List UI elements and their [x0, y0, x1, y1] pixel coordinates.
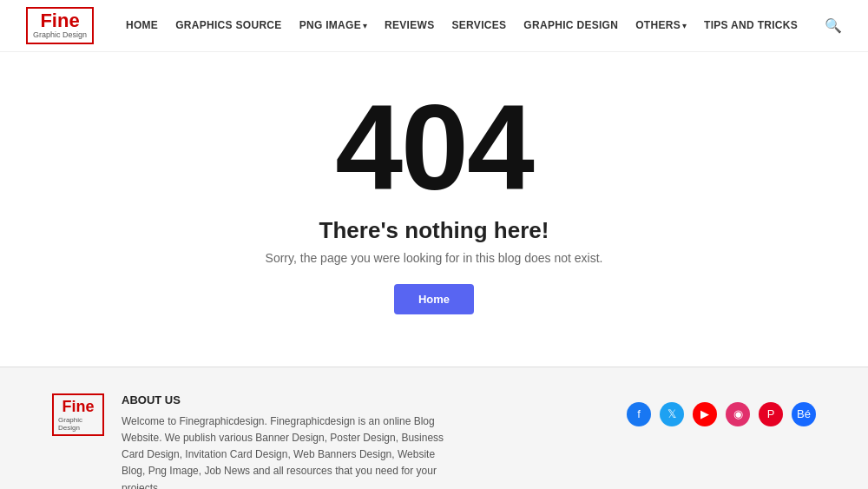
nav-png-image[interactable]: PNG IMAGE ▾: [299, 19, 367, 31]
about-description: Welcome to Finegraphicdesign. Finegraphi…: [122, 413, 451, 489]
footer-logo-sub: Graphic Design: [58, 416, 98, 432]
about-content: Fine Graphic Design ABOUT US Welcome to …: [52, 393, 451, 489]
footer-about-section: Fine Graphic Design ABOUT US Welcome to …: [0, 367, 868, 489]
footer-logo: Fine Graphic Design: [52, 393, 104, 436]
instagram-icon[interactable]: ◉: [726, 402, 750, 426]
error-subtitle: Sorry, the page you were looking for in …: [266, 251, 603, 265]
nav-services[interactable]: SERVICES: [451, 19, 506, 31]
behance-icon[interactable]: Bé: [792, 402, 816, 426]
facebook-icon[interactable]: f: [627, 402, 651, 426]
site-header: Fine Graphic Design HOME GRAPHICS SOURCE…: [0, 0, 868, 52]
youtube-icon[interactable]: ▶: [693, 402, 717, 426]
nav-tips[interactable]: TIPS AND TRICKS: [704, 19, 798, 31]
nav-others[interactable]: OTHERS ▾: [635, 19, 687, 31]
error-code: 404: [335, 87, 533, 208]
error-title: There's nothing here!: [319, 217, 549, 244]
pinterest-icon[interactable]: P: [759, 402, 783, 426]
about-text-section: ABOUT US Welcome to Finegraphicdesign. F…: [122, 393, 451, 489]
logo-sub-text: Graphic Design: [33, 30, 87, 40]
logo-main-text: Fine: [40, 11, 79, 30]
nav-graphics-source[interactable]: GRAPHICS SOURCE: [175, 19, 282, 31]
logo[interactable]: Fine Graphic Design: [26, 7, 99, 44]
nav-graphic-design[interactable]: GRAPHIC DESIGN: [523, 19, 618, 31]
nav-reviews[interactable]: REVIEWS: [385, 19, 434, 31]
search-button[interactable]: 🔍: [825, 17, 842, 34]
main-nav: HOME GRAPHICS SOURCE PNG IMAGE ▾ REVIEWS…: [126, 19, 798, 31]
footer-logo-text: Fine: [62, 398, 94, 416]
error-page: 404 There's nothing here! Sorry, the pag…: [0, 52, 868, 367]
nav-home[interactable]: HOME: [126, 19, 158, 31]
chevron-down-icon-2: ▾: [682, 21, 687, 30]
social-icons-group: f 𝕏 ▶ ◉ P Bé: [627, 402, 816, 426]
home-button[interactable]: Home: [394, 284, 474, 314]
chevron-down-icon: ▾: [363, 21, 367, 30]
twitter-icon[interactable]: 𝕏: [660, 402, 684, 426]
about-title: ABOUT US: [122, 393, 451, 406]
